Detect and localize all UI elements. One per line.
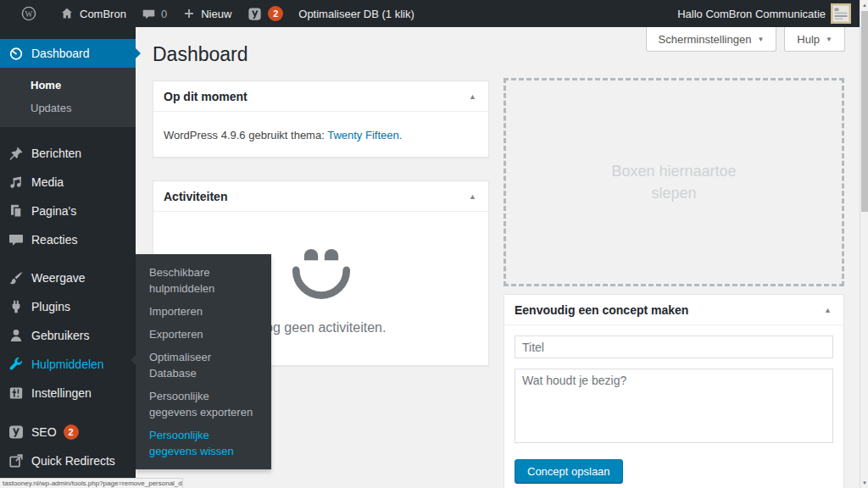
sidebar-item-plugins[interactable]: Plugins (0, 292, 136, 321)
yoast-icon (247, 6, 263, 22)
sidebar-item-label: Plugins (31, 300, 70, 313)
submenu-item-updates[interactable]: Updates (0, 97, 136, 119)
flyout-item-exporteren[interactable]: Exporteren (136, 323, 271, 346)
new-label: Nieuw (201, 8, 231, 20)
sidebar-item-berichten[interactable]: Berichten (0, 139, 136, 168)
sidebar-item-instellingen[interactable]: Instellingen (0, 379, 136, 408)
screen-options-label: Scherminstellingen (659, 33, 752, 46)
settings-icon (8, 385, 25, 402)
plus-icon (182, 7, 196, 20)
scrollbar-thumb[interactable] (861, 11, 868, 212)
comments-count: 0 (161, 8, 167, 20)
collapse-panel-icon[interactable]: ▲ (822, 304, 833, 316)
sidebar-item-reacties[interactable]: Reacties (0, 225, 136, 254)
sidebar-item-label: Reacties (31, 233, 77, 247)
new-content-button[interactable]: Nieuw (175, 0, 239, 27)
theme-link[interactable]: Twenty Fifteen (327, 129, 399, 141)
home-icon (59, 6, 75, 21)
help-label: Hulp (797, 33, 820, 46)
site-name-label: ComBron (80, 8, 126, 20)
seo-notification-badge: 2 (64, 424, 79, 440)
panel-title: Activiteiten (164, 190, 227, 203)
admin-sidebar-menu: Dashboard Home Updates Berichten Media P… (0, 27, 136, 488)
sidebar-item-label: Instellingen (31, 386, 92, 400)
sidebar-item-label: Dashboard (31, 47, 90, 60)
sidebar-item-weergave[interactable]: Weergave (0, 263, 136, 292)
browser-status-bar: tastooney.nl/wp-admin/tools.php?page=rem… (0, 478, 183, 488)
media-icon (8, 174, 25, 191)
browser-scrollbar[interactable]: ▲ ▼ (860, 0, 868, 488)
dropzone-hint-text: Boxen hiernaartoe slepen (602, 160, 746, 204)
submenu-item-home[interactable]: Home (0, 74, 136, 97)
dashboard-submenu: Home Updates (0, 68, 136, 127)
sidebar-item-seo[interactable]: SEO 2 (0, 418, 136, 446)
external-link-icon (8, 452, 25, 469)
yoast-notification-badge: 2 (268, 6, 283, 21)
comments-admin-button[interactable]: 0 (134, 0, 175, 27)
smiley-icon (281, 227, 362, 308)
yoast-seo-icon (8, 424, 25, 441)
collapse-panel-icon[interactable]: ▲ (467, 191, 478, 202)
optimize-db-label: Optimaliseer DB (1 klik) (298, 8, 415, 20)
sidebar-item-hulpmiddelen[interactable]: Hulpmiddelen (0, 350, 136, 379)
dashboard-icon (8, 45, 25, 62)
site-name-button[interactable]: ComBron (52, 0, 134, 27)
wordpress-menu-button[interactable]: W (5, 0, 52, 27)
sidebar-item-label: Pagina's (31, 204, 76, 218)
yoast-admin-button[interactable]: 2 (239, 0, 291, 27)
widget-dropzone: Boxen hiernaartoe slepen (504, 78, 844, 286)
flyout-item-beschikbare-hulpmiddelen[interactable]: Beschikbare hulpmiddelen (136, 261, 271, 300)
sidebar-item-gebruikers[interactable]: Gebruikers (0, 321, 136, 350)
chevron-down-icon: ▼ (757, 36, 764, 43)
flyout-item-optimaliseer-database[interactable]: Optimaliseer Database (136, 346, 271, 385)
quick-draft-panel: Eenvoudig een concept maken ▲ Concept op… (504, 294, 844, 488)
pages-icon (8, 202, 25, 219)
scroll-up-icon[interactable]: ▲ (860, 0, 868, 10)
at-a-glance-panel: Op dit moment ▲ WordPress 4.9.6 gebruikt… (153, 80, 489, 158)
save-draft-button[interactable]: Concept opslaan (515, 459, 623, 484)
draft-content-textarea[interactable] (515, 369, 833, 443)
help-button[interactable]: Hulp ▼ (784, 27, 845, 52)
sidebar-item-dashboard[interactable]: Dashboard (0, 39, 136, 68)
sidebar-item-label: Media (31, 175, 64, 189)
chevron-down-icon: ▼ (826, 36, 832, 43)
optimize-db-button[interactable]: Optimaliseer DB (1 klik) (291, 0, 422, 27)
svg-text:W: W (25, 10, 33, 19)
user-avatar-image (831, 3, 851, 24)
tools-wrench-icon (8, 356, 25, 373)
hulpmiddelen-flyout-menu: Beschikbare hulpmiddelen Importeren Expo… (136, 254, 271, 469)
comments-bubble-icon (142, 7, 156, 21)
admin-bar: W ComBron 0 Nieuw 2 Optimaliseer DB (1 k… (0, 0, 860, 27)
draft-title-input[interactable] (515, 336, 833, 358)
users-icon (8, 327, 25, 344)
sidebar-item-paginas[interactable]: Pagina's (0, 197, 136, 225)
sidebar-item-label: Gebruikers (31, 329, 89, 342)
sidebar-item-media[interactable]: Media (0, 168, 136, 197)
collapse-panel-icon[interactable]: ▲ (467, 91, 478, 103)
appearance-brush-icon (8, 269, 25, 286)
theme-link-period: . (399, 129, 403, 141)
panel-title: Eenvoudig een concept maken (515, 303, 688, 317)
sidebar-item-label: Quick Redirects (31, 454, 115, 468)
flyout-item-importeren[interactable]: Importeren (136, 300, 271, 323)
sidebar-item-label: Weergave (31, 271, 86, 285)
flyout-item-persoonlijke-gegevens-exporteren[interactable]: Persoonlijke gegevens exporteren (136, 385, 271, 424)
plugins-icon (8, 298, 25, 315)
page-title: Dashboard (153, 43, 248, 66)
version-theme-text: WordPress 4.9.6 gebruikt thema: (164, 129, 327, 141)
scroll-down-icon[interactable]: ▼ (860, 478, 868, 488)
flyout-item-persoonlijke-gegevens-wissen[interactable]: Persoonlijke gegevens wissen (136, 424, 271, 463)
my-account-button[interactable]: Hallo ComBron Communicatie (670, 0, 853, 27)
wordpress-logo-icon: W (20, 5, 37, 22)
sidebar-item-label: SEO (31, 425, 57, 439)
screen-options-button[interactable]: Scherminstellingen ▼ (646, 27, 777, 52)
posts-pin-icon (8, 145, 25, 162)
comments-icon (8, 231, 25, 248)
sidebar-item-label: Hulpmiddelen (31, 358, 104, 371)
sidebar-item-label: Berichten (31, 147, 81, 160)
sidebar-item-quick-redirects[interactable]: Quick Redirects (0, 446, 136, 475)
greeting-label: Hallo ComBron Communicatie (677, 8, 826, 20)
panel-title: Op dit moment (164, 90, 248, 103)
